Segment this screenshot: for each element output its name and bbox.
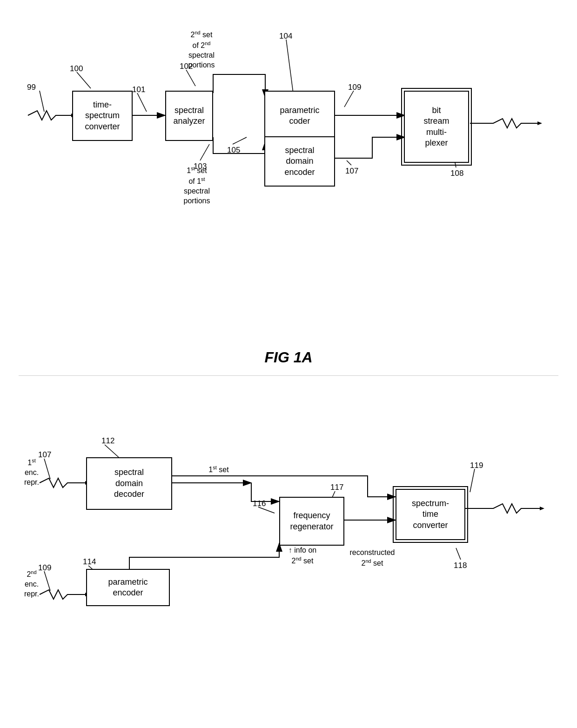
ref-117: 117: [330, 483, 343, 492]
label-info-on-2nd-set: ↑ info on2nd set: [282, 546, 323, 566]
label-1st-enc-repr: 1stenc.repr.: [18, 457, 46, 488]
svg-line-12: [200, 144, 209, 160]
svg-marker-22: [540, 507, 544, 510]
fig1a-diagram: 99 100 101 102 104 109 103 105 106 107 1…: [0, 0, 577, 344]
frequency-regenerator-box: frequencyregenerator: [279, 497, 344, 546]
ref-101: 101: [132, 85, 145, 94]
ref-104: 104: [279, 32, 292, 41]
fig1a-label: FIG 1A: [0, 344, 577, 375]
svg-line-13: [233, 137, 247, 144]
ref-112: 112: [101, 436, 114, 446]
ref-119: 119: [470, 461, 483, 470]
label-1st-set-b: 1st set: [200, 464, 237, 475]
svg-line-25: [105, 445, 119, 457]
spectral-domain-decoder-box: spectraldomaindecoder: [86, 457, 172, 510]
time-spectrum-converter-box: time-spectrumconverter: [72, 91, 133, 141]
svg-line-9: [186, 70, 195, 86]
svg-line-15: [347, 160, 351, 165]
ref-107: 107: [345, 167, 358, 176]
spectrum-time-converter-box: spectrum-timeconverter: [396, 489, 465, 540]
fig1b-diagram: 107 109 112 114 116 117 119 118 1stenc.r…: [0, 376, 577, 728]
svg-marker-5: [537, 121, 542, 125]
ref-105: 105: [227, 146, 240, 155]
ref-116: 116: [253, 499, 266, 508]
ref-108: 108: [450, 169, 463, 178]
svg-line-30: [456, 548, 461, 560]
ref-114: 114: [83, 557, 96, 567]
ref-99: 99: [27, 83, 36, 92]
parametric-coder-box: parametriccoder: [264, 91, 335, 141]
ref-100: 100: [70, 64, 83, 73]
spectral-analyzer-box: spectralanalyzer: [165, 91, 213, 141]
svg-line-7: [77, 72, 91, 88]
parametric-encoder-box: parametricencoder: [86, 569, 170, 606]
bit-stream-mux-box: bitstreammulti-plexer: [404, 91, 469, 163]
ref-109: 109: [348, 83, 361, 92]
label-2nd-enc-repr: 2ndenc.repr.: [18, 569, 46, 599]
diagram-container: 99 100 101 102 104 109 103 105 106 107 1…: [0, 0, 577, 728]
svg-line-8: [137, 93, 147, 112]
svg-line-11: [344, 91, 354, 107]
ref-118: 118: [454, 561, 467, 570]
svg-line-10: [286, 40, 293, 93]
label-reconstructed-2nd-set: reconstructed2nd set: [340, 548, 405, 568]
label-1st-set-1st: 1st setof 1stspectralportions: [167, 165, 227, 206]
spectral-domain-encoder-box: spectraldomainencoder: [264, 136, 335, 187]
label-2nd-set-2nd: 2nd setof 2ndspectralportions: [174, 29, 229, 70]
svg-line-6: [40, 91, 44, 112]
svg-line-29: [470, 469, 475, 492]
